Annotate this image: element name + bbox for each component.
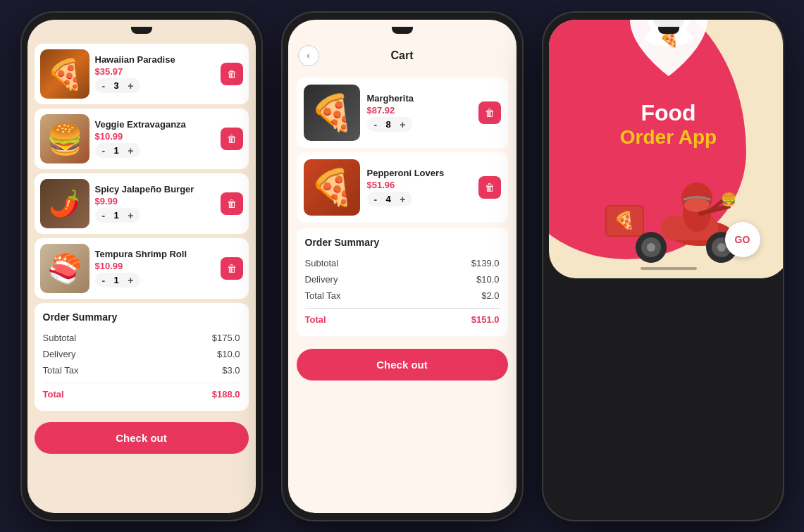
- p2-qty-plus-1[interactable]: +: [400, 120, 405, 130]
- checkout-button-1[interactable]: Check out: [35, 422, 249, 454]
- subtotal-label-1: Subtotal: [43, 333, 77, 343]
- p2-item-info-1: Margherita $87.92 - 8 +: [367, 93, 471, 132]
- subtotal-value-1: $175.0: [212, 333, 240, 343]
- qty-val-1: 3: [111, 80, 122, 91]
- item-name-3: Spicy Jalapeño Burger: [95, 184, 215, 194]
- summary-title-2: Order Summary: [305, 237, 500, 248]
- phone2-screen: ‹ Cart Margherita $87.92 - 8 + 🗑: [288, 20, 517, 513]
- p2-tax-value: $2.0: [481, 290, 499, 301]
- item-price-2: $10.99: [95, 131, 215, 142]
- p2-delivery-value: $10.0: [476, 274, 500, 285]
- total-label-1: Total: [43, 389, 64, 400]
- p2-qty-val-1: 8: [383, 119, 394, 130]
- p2-qty-plus-2[interactable]: +: [400, 194, 405, 204]
- phone-3: 🍕 Food Order App 🍕: [533, 6, 793, 527]
- item-name-2: Veggie Extravaganza: [95, 119, 215, 130]
- item-price-4: $10.99: [95, 261, 215, 271]
- p2-subtotal-label: Subtotal: [305, 258, 339, 268]
- p2-qty-control-2: - 4 +: [367, 192, 413, 206]
- qty-control-2: - 1 +: [95, 143, 141, 158]
- p2-item-name-1: Margherita: [367, 93, 471, 104]
- tax-label-1: Total Tax: [43, 365, 79, 376]
- item-info-1: Hawaiian Paradise $35.97 - 3 +: [95, 54, 215, 93]
- qty-minus-3[interactable]: -: [102, 211, 106, 221]
- scooter-svg: 🍕: [591, 163, 746, 276]
- p2-delete-btn-1[interactable]: 🗑: [478, 101, 501, 124]
- order-summary-2: Order Summary Subtotal $139.0 Delivery $…: [297, 228, 508, 336]
- svg-point-14: [647, 243, 655, 252]
- p2-summary-delivery-row: Delivery $10.0: [305, 271, 500, 287]
- total-value-1: $188.0: [212, 389, 240, 400]
- p2-summary-subtotal-row: Subtotal $139.0: [305, 255, 500, 271]
- cart-title: Cart: [390, 49, 413, 62]
- delete-btn-1[interactable]: 🗑: [221, 63, 243, 85]
- cart-item-3: Spicy Jalapeño Burger $9.99 - 1 + 🗑: [35, 173, 249, 234]
- p2-summary-total-row: Total $151.0: [305, 309, 500, 328]
- p2-item-name-2: Pepperoni Lovers: [367, 168, 471, 178]
- qty-plus-2[interactable]: +: [128, 146, 133, 156]
- p2-qty-control-1: - 8 +: [367, 117, 413, 132]
- qty-minus-1[interactable]: -: [102, 81, 106, 91]
- delete-btn-3[interactable]: 🗑: [221, 192, 243, 215]
- item-name-4: Tempura Shrimp Roll: [95, 249, 215, 259]
- item-info-4: Tempura Shrimp Roll $10.99 - 1 +: [95, 249, 215, 287]
- summary-tax-row-1: Total Tax $3.0: [43, 362, 240, 378]
- qty-plus-4[interactable]: +: [128, 276, 133, 285]
- summary-title-1: Order Summary: [43, 311, 240, 323]
- item-image-2: [40, 114, 89, 163]
- item-image-4: [40, 244, 89, 293]
- app-name-container: Food Order App: [620, 100, 717, 149]
- p2-item-price-1: $87.92: [367, 105, 471, 116]
- phone-2: ‹ Cart Margherita $87.92 - 8 + 🗑: [272, 6, 533, 527]
- qty-minus-2[interactable]: -: [102, 146, 106, 156]
- item-info-3: Spicy Jalapeño Burger $9.99 - 1 +: [95, 184, 215, 223]
- summary-delivery-row-1: Delivery $10.0: [43, 346, 240, 362]
- cart-header: ‹ Cart: [288, 34, 517, 73]
- p2-cart-item-2: Pepperoni Lovers $51.96 - 4 + 🗑: [297, 152, 508, 223]
- qty-plus-1[interactable]: +: [128, 81, 133, 91]
- svg-point-20: [684, 198, 710, 212]
- p2-item-info-2: Pepperoni Lovers $51.96 - 4 +: [367, 168, 471, 206]
- delivery-label-1: Delivery: [43, 349, 76, 359]
- delete-btn-2[interactable]: 🗑: [221, 128, 243, 150]
- p2-item-price-2: $51.96: [367, 180, 471, 190]
- phone1-screen: Hawaiian Paradise $35.97 - 3 + 🗑 Veggie …: [27, 20, 256, 513]
- p2-qty-minus-1[interactable]: -: [374, 120, 378, 130]
- order-summary-1: Order Summary Subtotal $175.0 Delivery $…: [35, 303, 249, 411]
- tax-value-1: $3.0: [222, 365, 240, 376]
- p2-item-image-1: [304, 85, 360, 141]
- summary-subtotal-row-1: Subtotal $175.0: [43, 330, 240, 346]
- phone-1: Hawaiian Paradise $35.97 - 3 + 🗑 Veggie …: [11, 6, 272, 527]
- p2-total-value: $151.0: [471, 314, 500, 325]
- delete-btn-4[interactable]: 🗑: [221, 257, 243, 280]
- notch-2: [392, 27, 413, 34]
- go-button[interactable]: GO: [725, 222, 760, 257]
- cart-item-2: Veggie Extravaganza $10.99 - 1 + 🗑: [35, 109, 249, 169]
- p2-cart-item-1: Margherita $87.92 - 8 + 🗑: [297, 78, 508, 148]
- app-name-line2: Order App: [620, 126, 717, 149]
- item-image-1: [40, 49, 89, 99]
- p2-delivery-label: Delivery: [305, 274, 338, 285]
- qty-minus-4[interactable]: -: [102, 276, 106, 285]
- p2-delete-btn-2[interactable]: 🗑: [478, 176, 501, 199]
- qty-val-3: 1: [111, 210, 122, 221]
- p2-tax-label: Total Tax: [305, 290, 341, 301]
- qty-val-2: 1: [111, 145, 122, 156]
- cart-item-1: Hawaiian Paradise $35.97 - 3 + 🗑: [35, 44, 249, 104]
- item-info-2: Veggie Extravaganza $10.99 - 1 +: [95, 119, 215, 158]
- p2-qty-val-2: 4: [383, 194, 394, 204]
- qty-control-3: - 1 +: [95, 208, 141, 223]
- checkout-button-2[interactable]: Check out: [297, 349, 508, 381]
- p2-item-image-2: [304, 159, 360, 216]
- p2-qty-minus-2[interactable]: -: [374, 194, 378, 204]
- item-image-3: [40, 179, 89, 228]
- qty-plus-3[interactable]: +: [128, 211, 133, 221]
- back-button[interactable]: ‹: [298, 45, 319, 66]
- notch-3: [658, 27, 679, 34]
- scooter-container: 🍕: [591, 163, 746, 278]
- qty-control-1: - 3 +: [95, 78, 141, 93]
- app-name-line1: Food: [620, 100, 717, 126]
- item-name-1: Hawaiian Paradise: [95, 54, 215, 65]
- cart-item-4: Tempura Shrimp Roll $10.99 - 1 + 🗑: [35, 238, 249, 299]
- svg-text:🍔: 🍔: [721, 192, 737, 207]
